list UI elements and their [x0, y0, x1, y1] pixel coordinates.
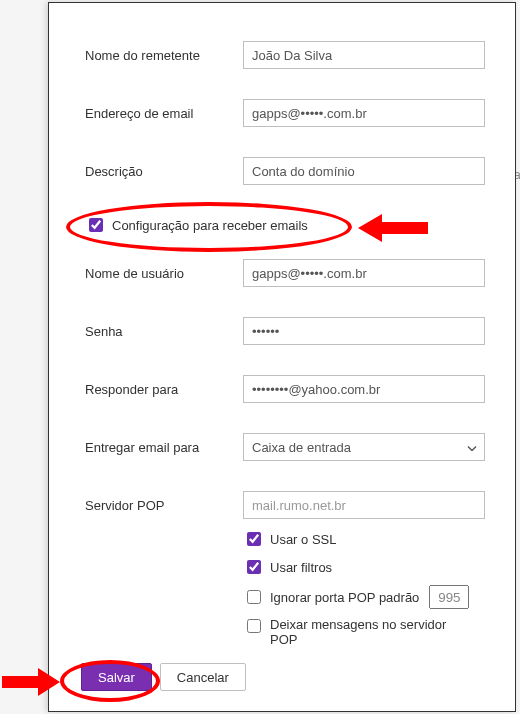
- description-label: Descrição: [85, 164, 243, 179]
- deliver-to-label: Entregar email para: [85, 440, 243, 455]
- use-filters-row: Usar filtros: [243, 557, 485, 577]
- password-row: Senha: [85, 317, 485, 345]
- leave-messages-label: Deixar mensagens no servidor POP: [270, 617, 470, 647]
- reply-to-row: Responder para: [85, 375, 485, 403]
- receive-config-row: Configuração para receber emails: [85, 215, 485, 235]
- email-address-input[interactable]: [243, 99, 485, 127]
- username-input[interactable]: [243, 259, 485, 287]
- reply-to-label: Responder para: [85, 382, 243, 397]
- sender-name-label: Nome do remetente: [85, 48, 243, 63]
- username-row: Nome de usuário: [85, 259, 485, 287]
- deliver-to-row: Entregar email para Caixa de entrada: [85, 433, 485, 461]
- sender-name-row: Nome do remetente: [85, 41, 485, 69]
- pop-server-input[interactable]: [243, 491, 485, 519]
- ignore-port-label: Ignorar porta POP padrão: [270, 590, 419, 605]
- email-address-label: Endereço de email: [85, 106, 243, 121]
- receive-config-label: Configuração para receber emails: [112, 218, 308, 233]
- email-account-dialog: Nome do remetente Endereço de email Desc…: [48, 2, 516, 712]
- description-input[interactable]: [243, 157, 485, 185]
- save-button[interactable]: Salvar: [81, 663, 152, 691]
- reply-to-input[interactable]: [243, 375, 485, 403]
- leave-messages-row: Deixar mensagens no servidor POP: [243, 617, 485, 647]
- pop-options: Usar o SSL Usar filtros Ignorar porta PO…: [243, 529, 485, 647]
- receive-config-checkbox[interactable]: [89, 218, 103, 232]
- use-ssl-row: Usar o SSL: [243, 529, 485, 549]
- cancel-button[interactable]: Cancelar: [160, 663, 246, 691]
- password-label: Senha: [85, 324, 243, 339]
- pop-server-label: Servidor POP: [85, 498, 243, 513]
- port-input[interactable]: [429, 585, 469, 609]
- use-filters-checkbox[interactable]: [247, 560, 261, 574]
- leave-messages-checkbox[interactable]: [247, 619, 261, 633]
- ignore-port-row: Ignorar porta POP padrão: [243, 585, 485, 609]
- deliver-to-select[interactable]: Caixa de entrada: [243, 433, 485, 461]
- sender-name-input[interactable]: [243, 41, 485, 69]
- username-label: Nome de usuário: [85, 266, 243, 281]
- use-filters-label: Usar filtros: [270, 560, 332, 575]
- description-row: Descrição: [85, 157, 485, 185]
- pop-server-row: Servidor POP: [85, 491, 485, 519]
- use-ssl-checkbox[interactable]: [247, 532, 261, 546]
- dialog-footer: Salvar Cancelar: [81, 663, 246, 691]
- use-ssl-label: Usar o SSL: [270, 532, 336, 547]
- email-address-row: Endereço de email: [85, 99, 485, 127]
- password-input[interactable]: [243, 317, 485, 345]
- ignore-port-checkbox[interactable]: [247, 590, 261, 604]
